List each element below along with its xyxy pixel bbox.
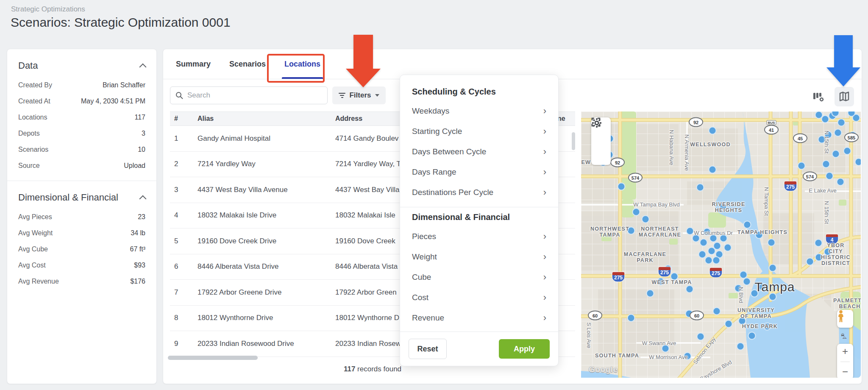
map-marker[interactable]	[696, 184, 704, 192]
chevron-right-icon: ›	[543, 148, 546, 156]
map-marker[interactable]	[798, 162, 806, 170]
menu-item-label: Pieces	[412, 232, 436, 241]
horizontal-scrollbar[interactable]	[168, 356, 258, 360]
cell-number: 6	[170, 262, 198, 271]
map-marker[interactable]	[769, 293, 777, 301]
map-marker[interactable]	[627, 314, 635, 322]
map-marker[interactable]	[832, 150, 840, 158]
map-marker[interactable]	[768, 239, 776, 247]
map-marker[interactable]	[822, 160, 830, 168]
info-value: Upload	[124, 158, 145, 174]
cell-number: 2	[170, 160, 198, 168]
map-marker[interactable]	[720, 234, 728, 242]
map-marker[interactable]	[734, 284, 743, 292]
map-marker[interactable]	[769, 264, 777, 272]
map-marker[interactable]	[703, 228, 711, 236]
map-marker[interactable]	[713, 307, 721, 315]
route-shield: 41BUS	[764, 125, 779, 135]
map-marker[interactable]	[826, 172, 834, 180]
map-marker[interactable]	[657, 278, 665, 286]
map-marker[interactable]	[724, 244, 732, 252]
interstate-shield: 275	[709, 267, 723, 278]
map-marker[interactable]	[815, 254, 823, 262]
map-marker[interactable]	[646, 290, 654, 298]
map-marker[interactable]	[697, 333, 705, 341]
map-marker[interactable]	[806, 258, 814, 266]
map-marker[interactable]	[755, 231, 763, 239]
zoom-in-button[interactable]: +	[842, 346, 848, 357]
apply-button[interactable]: Apply	[499, 339, 550, 359]
map-marker[interactable]	[824, 248, 832, 256]
map-marker[interactable]	[759, 283, 767, 291]
menu-item[interactable]: Weight›	[412, 247, 546, 267]
tab-scenarios[interactable]: Scenarios	[229, 49, 266, 79]
map-marker[interactable]	[834, 129, 842, 137]
search-input[interactable]: Search	[170, 86, 328, 104]
map-marker[interactable]	[738, 317, 746, 325]
menu-item[interactable]: Cost›	[412, 287, 546, 308]
tab-summary[interactable]: Summary	[176, 49, 211, 79]
map-marker[interactable]	[618, 183, 626, 191]
map-marker[interactable]	[705, 256, 713, 265]
map-marker[interactable]	[670, 273, 679, 281]
map-marker[interactable]	[709, 127, 717, 135]
map-marker[interactable]	[763, 323, 771, 331]
map-marker[interactable]	[843, 147, 851, 155]
map-marker[interactable]	[692, 234, 700, 242]
menu-item[interactable]: Days Range›	[412, 162, 546, 182]
map-marker[interactable]	[709, 166, 717, 174]
map-marker[interactable]	[751, 290, 759, 298]
map-marker[interactable]	[700, 239, 708, 247]
breadcrumb[interactable]: Strategic Optimizations	[11, 5, 85, 14]
map-marker[interactable]	[725, 320, 733, 328]
street-view-pegman-button[interactable]	[837, 310, 853, 328]
cell-alias: 18032 Malakai Isle Drive	[198, 211, 335, 220]
map-marker[interactable]	[837, 119, 846, 127]
info-sidebar: DataCreated ByBrian SchafferCreated AtMa…	[7, 49, 157, 384]
map-toggle-button[interactable]	[835, 87, 854, 106]
menu-item[interactable]: Revenue›	[412, 308, 546, 328]
map-marker[interactable]	[686, 227, 694, 235]
map-settings-gear-icon[interactable]	[591, 117, 602, 128]
map-marker[interactable]	[684, 352, 692, 360]
menu-item[interactable]: Pieces›	[412, 226, 546, 247]
map-marker[interactable]	[737, 343, 745, 351]
map-marker[interactable]	[815, 239, 823, 247]
map-marker[interactable]	[662, 345, 670, 353]
map-marker[interactable]	[642, 215, 650, 223]
map-canvas[interactable]: 925749241BUS4558557460602752752752754 EW…	[581, 111, 861, 378]
menu-item[interactable]: Starting Cycle›	[412, 121, 546, 142]
map-marker[interactable]	[708, 247, 716, 255]
map-marker[interactable]	[709, 234, 718, 242]
col-partial: ne	[557, 115, 575, 123]
menu-item[interactable]: Destinations Per Cycle›	[412, 182, 546, 203]
map-marker[interactable]	[818, 136, 826, 144]
chevron-right-icon: ›	[543, 107, 546, 115]
section-header[interactable]: Dimensional & Financial	[18, 181, 145, 209]
map-marker[interactable]	[686, 285, 694, 293]
menu-item[interactable]: Days Between Cycle›	[412, 142, 546, 162]
map-marker[interactable]	[743, 221, 751, 229]
pegman-icon	[837, 310, 845, 323]
chevron-up-icon	[139, 63, 147, 70]
section-header[interactable]: Data	[18, 49, 145, 77]
info-value: $176	[130, 273, 145, 290]
vertical-scrollbar[interactable]	[572, 132, 575, 150]
map-marker[interactable]	[837, 178, 845, 186]
map-marker[interactable]	[712, 256, 721, 265]
map-marker[interactable]	[632, 208, 640, 216]
map-marker[interactable]	[698, 251, 707, 259]
map-marker[interactable]	[743, 278, 751, 286]
map-marker[interactable]	[855, 158, 861, 166]
menu-section-title: Scheduling & Cycles	[412, 87, 546, 97]
menu-item[interactable]: Weekdays›	[412, 101, 546, 121]
reset-button[interactable]: Reset	[409, 339, 447, 359]
zoom-out-button[interactable]: −	[842, 367, 848, 377]
column-settings-button[interactable]	[808, 87, 828, 106]
menu-item[interactable]: Cube›	[412, 267, 546, 287]
tab-locations[interactable]: Locations	[284, 49, 320, 79]
map-marker[interactable]	[627, 227, 635, 235]
filters-button[interactable]: Filters	[332, 86, 386, 104]
map-marker[interactable]	[719, 203, 727, 211]
map-marker[interactable]	[748, 332, 756, 340]
